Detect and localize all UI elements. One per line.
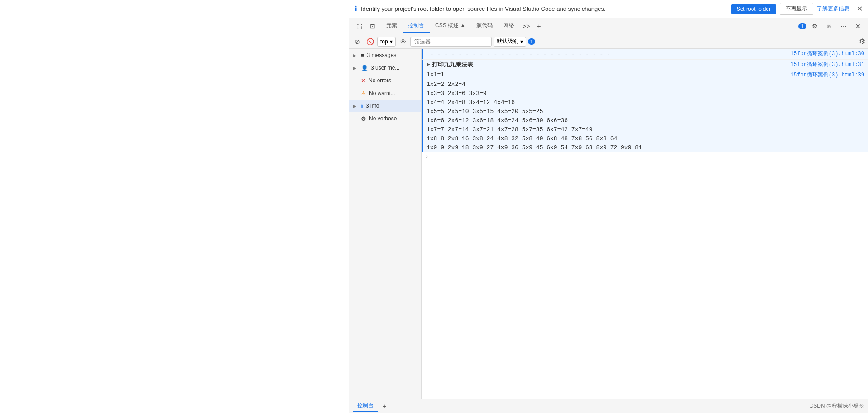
log-level-dropdown[interactable]: 默认级别 ▾ (494, 37, 526, 47)
top-context-label: top (380, 38, 388, 45)
console-row-3: 1x4=4 2x4=8 3x4=12 4x4=16 (422, 98, 868, 107)
verbose-arrow (353, 116, 358, 121)
left-panel (0, 0, 349, 413)
tab-console[interactable]: 控制台 (403, 19, 430, 33)
notification-bar: ℹ Identify your project's root folder to… (349, 0, 868, 18)
link-line-30[interactable]: 15for循环案例(3).html:30 (791, 50, 864, 57)
console-row-5: 1x6=6 2x6=12 3x6=18 4x6=24 5x6=30 6x6=36 (422, 116, 868, 125)
row-content-4: 1x5=5 2x5=10 3x5=15 4x5=20 5x5=25 (427, 108, 864, 115)
link-line-31[interactable]: 15for循环案例(3).html:31 (791, 61, 864, 68)
tab-sources[interactable]: 源代码 (471, 19, 498, 33)
close-devtools-icon[interactable]: ✕ (852, 20, 864, 33)
messages-label: 3 messages (367, 52, 417, 58)
messages-arrow: ▶ (353, 53, 358, 58)
log-level-label: 默认级别 (497, 38, 518, 45)
warnings-icon: ⚠ (361, 90, 366, 97)
tab-css-overview[interactable]: CSS 概述 ▲ (430, 19, 471, 33)
clear-console-icon[interactable]: ⊘ (352, 36, 363, 47)
row-content-7: 1x8=8 2x8=16 3x8=24 4x8=32 5x8=40 6x8=48… (427, 135, 864, 142)
no-show-button[interactable]: 不再显示 (780, 3, 813, 15)
console-row-0: 1x1=1 15for循环案例(3).html:39 (422, 70, 868, 80)
console-dashed-line: - - - - - - - - - - - - - - - - - - - - … (422, 49, 868, 60)
customize-icon[interactable]: ⚛ (823, 20, 835, 33)
console-sidebar: ▶ ≡ 3 messages ▶ 👤 3 user me... ✕ No err… (349, 49, 422, 399)
tab-network[interactable]: 网络 (498, 19, 520, 33)
info-arrow: ▶ (353, 104, 358, 109)
watermark: CSDN @柠檬味小癸※ (809, 402, 864, 410)
dashed-separator: - - - - - - - - - - - - - - - - - - - - … (427, 50, 791, 58)
verbose-label: No verbose (369, 115, 417, 122)
issues-badge[interactable]: 1 (798, 23, 806, 29)
bottom-tab-console[interactable]: 控制台 (353, 400, 378, 412)
more-options-icon[interactable]: ⋯ (837, 20, 850, 33)
row-content-2: 1x3=3 2x3=6 3x3=9 (427, 90, 864, 97)
add-tab-icon[interactable]: + (532, 20, 545, 33)
console-expand-row: › (422, 152, 868, 161)
row-content-0: 1x1=1 (427, 71, 791, 78)
console-row-4: 1x5=5 2x5=10 3x5=15 4x5=20 5x5=25 (422, 107, 868, 116)
row-content-6: 1x7=7 2x7=14 3x7=21 4x7=28 5x7=35 6x7=42… (427, 126, 864, 133)
inspect-element-icon[interactable]: ⬚ (353, 20, 365, 33)
errors-icon: ✕ (361, 77, 366, 84)
console-row-8: 1x9=9 2x9=18 3x9=27 4x9=36 5x9=45 6x9=54… (422, 143, 868, 152)
warnings-arrow (353, 91, 358, 96)
set-root-folder-button[interactable]: Set root folder (731, 4, 776, 14)
console-row-6: 1x7=7 2x7=14 3x7=21 4x7=28 5x7=35 6x7=42… (422, 125, 868, 134)
filter-icon[interactable]: 🚫 (364, 36, 375, 47)
console-toolbar: ⊘ 🚫 top ▾ 👁 默认级别 ▾ 1 ⚙ (349, 34, 868, 49)
warnings-label: No warni... (369, 90, 417, 96)
user-messages-label: 3 user me... (371, 65, 417, 71)
bottom-bar: 控制台 + CSDN @柠檬味小癸※ (349, 399, 868, 413)
top-dropdown-arrow: ▾ (390, 38, 393, 45)
level-dropdown-arrow: ▾ (520, 38, 523, 45)
console-output: - - - - - - - - - - - - - - - - - - - - … (422, 49, 868, 399)
sidebar-item-user-messages[interactable]: ▶ 👤 3 user me... (349, 62, 421, 74)
notification-info-icon: ℹ (355, 5, 357, 13)
tab-bar-right: 1 ⚙ ⚛ ⋯ ✕ (798, 20, 866, 33)
link-line-39[interactable]: 15for循环案例(3).html:39 (791, 71, 864, 79)
row-content-3: 1x4=4 2x4=8 3x4=12 4x4=16 (427, 99, 864, 106)
learn-more-link[interactable]: 了解更多信息 (817, 5, 849, 13)
row-content-1: 1x2=2 2x2=4 (427, 81, 864, 88)
devtools-left-icons: ⬚ ⊡ (351, 20, 381, 33)
more-tabs-icon[interactable]: >> (520, 20, 532, 33)
notification-close-icon[interactable]: ✕ (857, 5, 863, 13)
devtools-panel: ℹ Identify your project's root folder to… (349, 0, 868, 413)
group-title: 打印九九乘法表 (432, 61, 791, 69)
messages-icon: ≡ (361, 52, 364, 59)
eye-icon[interactable]: 👁 (398, 36, 408, 47)
sidebar-item-info[interactable]: ▶ ℹ 3 info (349, 100, 421, 112)
console-main: ▶ ≡ 3 messages ▶ 👤 3 user me... ✕ No err… (349, 49, 868, 399)
console-group-title-line: ▶ 打印九九乘法表 15for循环案例(3).html:31 (422, 60, 868, 70)
top-context-dropdown[interactable]: top ▾ (377, 37, 396, 47)
group-expand-arrow[interactable]: ▶ (427, 61, 430, 68)
settings-icon[interactable]: ⚙ (808, 20, 821, 33)
console-badge: 1 (528, 38, 535, 45)
row-content-5: 1x6=6 2x6=12 3x6=18 4x6=24 5x6=30 6x6=36 (427, 117, 864, 124)
filter-input[interactable] (410, 37, 492, 47)
errors-label: No errors (369, 77, 417, 84)
console-row-7: 1x8=8 2x8=16 3x8=24 4x8=32 5x8=40 6x8=48… (422, 134, 868, 143)
info-icon: ℹ (361, 103, 363, 109)
sidebar-item-verbose[interactable]: ⚙ No verbose (349, 112, 421, 125)
user-messages-icon: 👤 (361, 65, 368, 71)
row-content-8: 1x9=9 2x9=18 3x9=27 4x9=36 5x9=45 6x9=54… (427, 144, 864, 151)
sidebar-item-errors[interactable]: ✕ No errors (349, 74, 421, 87)
verbose-icon: ⚙ (361, 115, 366, 122)
tab-elements[interactable]: 元素 (381, 19, 403, 33)
tab-bar: ⬚ ⊡ 元素 控制台 CSS 概述 ▲ 源代码 网络 >> + 1 ⚙ ⚛ ⋯ … (349, 18, 868, 34)
notification-text: Identify your project's root folder to o… (361, 5, 728, 12)
console-row-2: 1x3=3 2x3=6 3x3=9 (422, 89, 868, 98)
sidebar-item-messages[interactable]: ▶ ≡ 3 messages (349, 49, 421, 62)
add-bottom-tab-icon[interactable]: + (378, 400, 391, 413)
console-settings-icon[interactable]: ⚙ (859, 37, 865, 46)
sidebar-item-warnings[interactable]: ⚠ No warni... (349, 87, 421, 100)
console-row-1: 1x2=2 2x2=4 (422, 80, 868, 89)
user-messages-arrow: ▶ (353, 66, 358, 71)
bottom-expand-arrow[interactable]: › (425, 153, 429, 160)
info-label: 3 info (366, 103, 417, 109)
device-toolbar-icon[interactable]: ⊡ (366, 20, 379, 33)
errors-arrow (353, 78, 358, 83)
